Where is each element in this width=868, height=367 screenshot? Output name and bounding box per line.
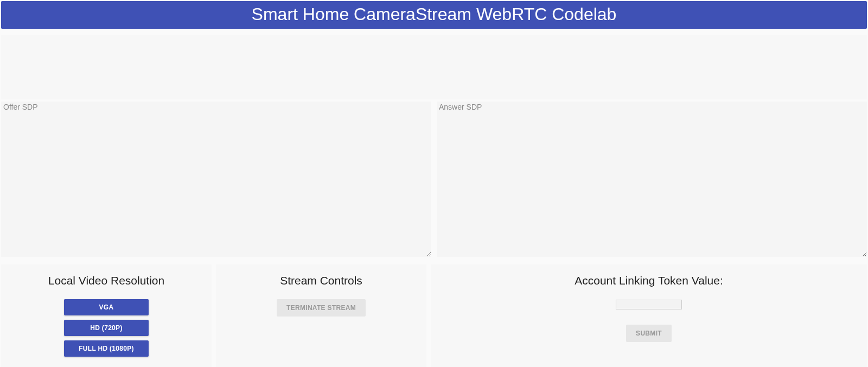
- vga-button[interactable]: VGA: [64, 299, 149, 315]
- terminate-stream-button: TERMINATE STREAM: [277, 299, 366, 317]
- resolution-panel: Local Video Resolution VGA HD (720P) FUL…: [1, 264, 212, 367]
- page-title: Smart Home CameraStream WebRTC Codelab: [252, 4, 617, 24]
- offer-sdp-cell: [1, 102, 431, 259]
- stream-controls-title: Stream Controls: [221, 274, 421, 287]
- resolution-title: Local Video Resolution: [7, 274, 206, 287]
- controls-row: Local Video Resolution VGA HD (720P) FUL…: [1, 264, 867, 367]
- token-title: Account Linking Token Value:: [436, 274, 861, 287]
- answer-sdp-textarea[interactable]: [437, 102, 867, 257]
- video-preview-area: [1, 35, 867, 99]
- token-input[interactable]: [616, 300, 682, 309]
- offer-sdp-textarea[interactable]: [1, 102, 431, 257]
- token-panel: Account Linking Token Value: SUBMIT: [431, 264, 867, 367]
- stream-controls-panel: Stream Controls TERMINATE STREAM: [216, 264, 426, 367]
- fullhd-button[interactable]: FULL HD (1080P): [64, 340, 149, 357]
- answer-sdp-cell: [437, 102, 867, 259]
- sdp-row: [1, 102, 867, 259]
- hd-button[interactable]: HD (720P): [64, 320, 149, 336]
- page-header: Smart Home CameraStream WebRTC Codelab: [1, 1, 867, 29]
- submit-token-button: SUBMIT: [626, 325, 672, 342]
